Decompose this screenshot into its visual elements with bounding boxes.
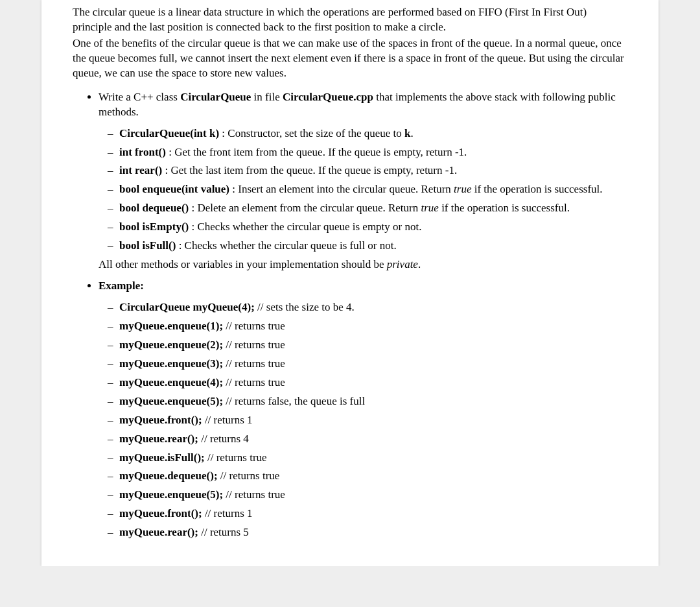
example-list: CircularQueue myQueue(4); // sets the si… — [99, 300, 627, 540]
method-signature: bool isFull() — [119, 239, 176, 252]
example-bullet: Example: CircularQueue myQueue(4); // se… — [99, 279, 627, 540]
method-item: bool enqueue(int value) : Insert an elem… — [119, 182, 627, 197]
example-code: myQueue.rear(); — [119, 433, 198, 445]
example-code: myQueue.enqueue(5); — [119, 488, 223, 501]
example-comment: // returns true — [223, 357, 285, 370]
method-desc-post: if the operation is successful. — [439, 202, 570, 214]
method-desc-post: . — [410, 127, 413, 139]
example-line: myQueue.enqueue(3); // returns true — [119, 357, 627, 372]
example-code: myQueue.front(); — [119, 507, 202, 519]
example-comment: // returns 4 — [198, 433, 249, 445]
task-text-mid: in file — [251, 91, 283, 103]
example-line: CircularQueue myQueue(4); // sets the si… — [119, 300, 627, 315]
document-page: The circular queue is a linear data stru… — [41, 0, 659, 566]
method-sep: : — [219, 127, 228, 139]
example-code: myQueue.enqueue(2); — [119, 339, 223, 351]
example-line: myQueue.enqueue(5); // returns true — [119, 488, 627, 503]
example-comment: // returns true — [218, 470, 280, 482]
method-sep: : — [189, 202, 197, 214]
methods-list: CircularQueue(int k) : Constructor, set … — [99, 126, 627, 254]
intro-paragraph-2: One of the benefits of the circular queu… — [73, 36, 627, 81]
example-code: myQueue.enqueue(5); — [119, 395, 223, 407]
example-comment: // returns 1 — [202, 414, 253, 426]
method-desc-italic: true — [454, 183, 471, 195]
task-classname: CircularQueue — [180, 91, 251, 103]
method-desc: Checks whether the circular queue is ful… — [185, 239, 397, 252]
method-desc: Constructor, set the size of the queue t… — [228, 127, 404, 139]
example-comment: // returns true — [223, 320, 285, 332]
example-line: myQueue.enqueue(1); // returns true — [119, 319, 627, 334]
example-line: myQueue.front(); // returns 1 — [119, 506, 627, 521]
private-note: All other methods or variables in your i… — [99, 257, 627, 272]
example-comment: // returns true — [223, 339, 285, 351]
task-bullet-class: Write a C++ class CircularQueue in file … — [99, 90, 627, 272]
example-code: myQueue.front(); — [119, 414, 202, 426]
method-sep: : — [166, 146, 174, 158]
method-signature: CircularQueue(int k) — [119, 127, 219, 139]
method-sep: : — [176, 239, 184, 252]
method-item: CircularQueue(int k) : Constructor, set … — [119, 126, 627, 141]
private-note-post: . — [418, 258, 421, 270]
example-comment: // returns 1 — [202, 507, 253, 519]
method-signature: bool isEmpty() — [119, 220, 189, 233]
method-item: int front() : Get the front item from th… — [119, 145, 627, 160]
method-sep: : — [162, 164, 170, 176]
method-signature: int front() — [119, 146, 166, 158]
task-filename: CircularQueue.cpp — [283, 91, 373, 103]
example-comment: // sets the size to be 4. — [255, 301, 355, 313]
method-desc: Delete an element from the circular queu… — [197, 202, 421, 214]
example-line: myQueue.enqueue(5); // returns false, th… — [119, 394, 627, 409]
task-list: Write a C++ class CircularQueue in file … — [73, 90, 627, 541]
method-item: bool dequeue() : Delete an element from … — [119, 201, 627, 216]
method-item: int rear() : Get the last item from the … — [119, 163, 627, 178]
example-line: myQueue.enqueue(2); // returns true — [119, 338, 627, 353]
method-desc: Get the last item from the queue. If the… — [170, 164, 457, 176]
example-heading: Example: — [99, 280, 144, 292]
example-comment: // returns true — [223, 488, 285, 501]
method-item: bool isEmpty() : Checks whether the circ… — [119, 220, 627, 235]
method-sep: : — [229, 183, 238, 195]
page-wrapper: The circular queue is a linear data stru… — [0, 0, 700, 566]
method-signature: bool dequeue() — [119, 202, 189, 214]
example-line: myQueue.front(); // returns 1 — [119, 413, 627, 428]
task-text-pre: Write a C++ class — [99, 91, 180, 103]
method-desc: Checks whether the circular queue is emp… — [197, 220, 421, 233]
method-desc: Get the front item from the queue. If th… — [174, 146, 467, 158]
example-code: myQueue.rear(); — [119, 526, 198, 538]
method-signature: int rear() — [119, 164, 162, 176]
example-line: myQueue.rear(); // returns 5 — [119, 525, 627, 540]
private-note-italic: private — [387, 258, 418, 270]
example-line: myQueue.isFull(); // returns true — [119, 451, 627, 466]
method-item: bool isFull() : Checks whether the circu… — [119, 239, 627, 254]
example-code: myQueue.dequeue(); — [119, 470, 218, 482]
example-line: myQueue.rear(); // returns 4 — [119, 432, 627, 447]
example-code: myQueue.enqueue(1); — [119, 320, 223, 332]
example-comment: // returns true — [223, 376, 285, 388]
example-line: myQueue.dequeue(); // returns true — [119, 469, 627, 484]
example-code: CircularQueue myQueue(4); — [119, 301, 255, 313]
example-comment: // returns true — [205, 451, 267, 464]
method-desc: Insert an element into the circular queu… — [238, 183, 454, 195]
method-desc-italic: true — [421, 202, 439, 214]
example-code: myQueue.enqueue(3); — [119, 357, 223, 370]
example-comment: // returns false, the queue is full — [223, 395, 365, 407]
intro-paragraph-1: The circular queue is a linear data stru… — [73, 5, 627, 35]
method-desc-post: if the operation is successful. — [471, 183, 602, 195]
example-line: myQueue.enqueue(4); // returns true — [119, 375, 627, 390]
method-signature: bool enqueue(int value) — [119, 183, 229, 195]
example-comment: // returns 5 — [198, 526, 249, 538]
example-code: myQueue.enqueue(4); — [119, 376, 223, 388]
method-sep: : — [189, 220, 197, 233]
example-code: myQueue.isFull(); — [119, 451, 205, 464]
private-note-pre: All other methods or variables in your i… — [99, 258, 387, 270]
